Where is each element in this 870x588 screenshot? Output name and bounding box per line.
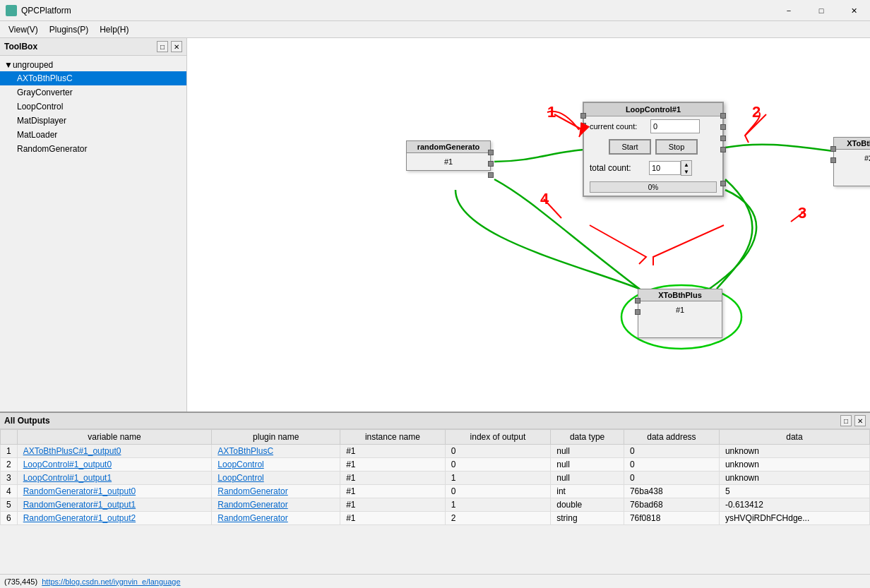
cell-datatype: double <box>551 498 624 512</box>
cell-data: unknown <box>719 458 869 472</box>
maximize-button[interactable]: □ <box>805 0 838 21</box>
toolbox-close-button[interactable]: ✕ <box>171 41 182 52</box>
cell-num: 2 <box>1 458 18 472</box>
lc-port-out4[interactable] <box>720 147 726 152</box>
cell-index: 1 <box>445 498 551 512</box>
col-instance: instance name <box>340 430 445 445</box>
node-rg-port-out2[interactable] <box>488 161 494 167</box>
cell-num: 1 <box>1 445 18 458</box>
lc-start-button[interactable]: Start <box>609 139 651 155</box>
lc-spin-arrows: ▲ ▼ <box>681 160 692 176</box>
cell-varname[interactable]: RandomGenerator#1_output2 <box>17 512 212 525</box>
lc-current-count-row: current count: <box>584 116 722 136</box>
cell-address: 76bad68 <box>624 498 719 512</box>
toolbox-item-randomgenerator[interactable]: RandomGenerator <box>0 142 186 156</box>
node-xtb2-title: XToBthPlus <box>834 138 870 150</box>
cell-plugin[interactable]: RandomGenerator <box>212 498 340 512</box>
lc-port-out5[interactable] <box>720 181 726 186</box>
cell-datatype: null <box>551 472 624 485</box>
toolbox-item-loopcontrol[interactable]: LoopControl <box>0 100 186 114</box>
status-link[interactable]: https://blog.csdn.net/iygnvin_e/language <box>42 577 180 586</box>
panel-close-button[interactable]: ✕ <box>854 415 866 426</box>
lc-spin-down[interactable]: ▼ <box>681 168 691 175</box>
lc-spin-up[interactable]: ▲ <box>681 161 691 168</box>
node-xtb1-port-in2[interactable] <box>635 309 640 315</box>
toolbox-content: ▼ ungrouped AXToBthPlusC GrayConverter L… <box>0 56 186 159</box>
menu-help[interactable]: Help(H) <box>94 23 134 36</box>
app-icon <box>6 5 17 16</box>
lc-stop-button[interactable]: Stop <box>655 139 698 155</box>
table-header-row: variable name plugin name instance name … <box>1 430 870 445</box>
lc-total-count-row: total count: ▲ ▼ <box>584 157 722 179</box>
node-xtobthplus1[interactable]: XToBthPlus #1 <box>638 289 722 338</box>
toolbox-group-ungrouped[interactable]: ▼ ungrouped <box>0 59 186 71</box>
node-rg-port-out3[interactable] <box>488 172 494 178</box>
node-xtb2-port-in2[interactable] <box>830 157 836 163</box>
col-data: data <box>719 430 869 445</box>
cell-address: 76f0818 <box>624 512 719 525</box>
toolbox-restore-button[interactable]: □ <box>157 41 168 52</box>
node-xtb2-body: #2 <box>834 150 870 167</box>
cell-varname[interactable]: LoopControl#1_output1 <box>17 472 212 485</box>
node-xtb1-body: #1 <box>638 301 722 318</box>
cell-datatype: null <box>551 445 624 458</box>
annotation-4: 4 <box>540 190 549 208</box>
cell-plugin[interactable]: RandomGenerator <box>212 485 340 498</box>
toolbox-item-matloader[interactable]: MatLoader <box>0 128 186 142</box>
node-xtb1-port-in1[interactable] <box>635 298 640 304</box>
menu-view[interactable]: View(V) <box>3 23 44 36</box>
cell-plugin[interactable]: LoopControl <box>212 472 340 485</box>
cell-plugin[interactable]: AXToBthPlusC <box>212 445 340 458</box>
lc-total-count-input[interactable] <box>649 161 681 175</box>
lc-port-out3[interactable] <box>720 136 726 141</box>
lc-current-count-label: current count: <box>590 122 646 131</box>
cell-instance: #1 <box>340 472 445 485</box>
cell-address: 0 <box>624 472 719 485</box>
cell-varname[interactable]: AXToBthPlusC#1_output0 <box>17 445 212 458</box>
node-random-generator[interactable]: randomGenerato #1 <box>406 140 491 171</box>
cell-num: 6 <box>1 512 18 525</box>
main-layout: ToolBox □ ✕ ▼ ungrouped AXToBthPlusC Gra… <box>0 38 870 588</box>
cell-datatype: string <box>551 512 624 525</box>
cell-index: 0 <box>445 445 551 458</box>
cell-plugin[interactable]: LoopControl <box>212 458 340 472</box>
toolbox-item-matdisplayer[interactable]: MatDisplayer <box>0 114 186 128</box>
node-rg-port-out1[interactable] <box>488 150 494 155</box>
cell-plugin[interactable]: RandomGenerator <box>212 512 340 525</box>
lc-port-out2[interactable] <box>720 124 726 130</box>
node-xtb2-instance: #2 <box>864 152 870 164</box>
cell-varname[interactable]: RandomGenerator#1_output0 <box>17 485 212 498</box>
cell-varname[interactable]: RandomGenerator#1_output1 <box>17 498 212 512</box>
menu-plugins[interactable]: Plugins(P) <box>44 23 94 36</box>
col-varname: variable name <box>17 430 212 445</box>
canvas-area[interactable]: randomGenerato #1 LoopControl#1 <box>187 38 870 412</box>
table-row: 3 LoopControl#1_output1 LoopControl #1 1… <box>1 472 870 485</box>
toolbox-item-grayconverter[interactable]: GrayConverter <box>0 85 186 100</box>
cell-instance: #1 <box>340 445 445 458</box>
lc-current-count-input[interactable] <box>650 119 700 133</box>
toolbox-header: ToolBox □ ✕ <box>0 38 186 56</box>
cell-address: 76ba438 <box>624 485 719 498</box>
cell-index: 0 <box>445 458 551 472</box>
minimize-button[interactable]: − <box>773 0 805 21</box>
loop-control-widget[interactable]: LoopControl#1 current count: Start Stop <box>583 102 724 197</box>
table-row: 2 LoopControl#1_output0 LoopControl #1 0… <box>1 458 870 472</box>
cell-index: 2 <box>445 512 551 525</box>
panel-restore-button[interactable]: □ <box>840 415 852 426</box>
cell-datatype: int <box>551 485 624 498</box>
lc-port-out1[interactable] <box>720 113 726 119</box>
lc-progress-bg: 0% <box>590 181 717 193</box>
node-rg-body: #1 <box>407 153 490 170</box>
lc-port-in2[interactable] <box>580 123 586 128</box>
close-button[interactable]: ✕ <box>838 0 870 21</box>
col-index: index of output <box>445 430 551 445</box>
lc-port-in1[interactable] <box>580 113 586 119</box>
toolbox-item-axtobthplusc[interactable]: AXToBthPlusC <box>0 71 186 85</box>
cell-varname[interactable]: LoopControl#1_output0 <box>17 458 212 472</box>
cell-num: 3 <box>1 472 18 485</box>
node-xtb2-port-in1[interactable] <box>830 146 836 152</box>
col-datatype: data type <box>551 430 624 445</box>
node-xtobthplus2[interactable]: XToBthPlus #2 <box>833 137 870 186</box>
cell-data: -0.613412 <box>719 498 869 512</box>
outputs-table[interactable]: variable name plugin name instance name … <box>0 429 870 574</box>
